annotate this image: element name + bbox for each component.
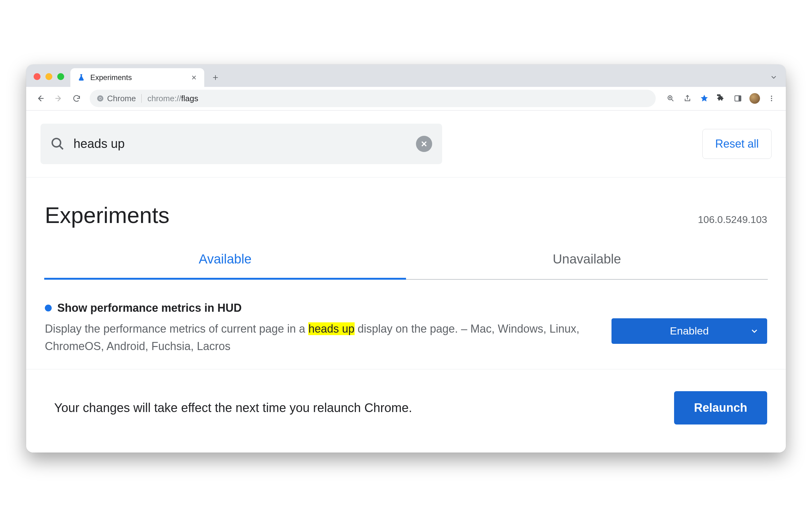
reload-button[interactable] [68,90,85,107]
relaunch-button-label: Relaunch [694,401,747,414]
zoom-icon[interactable] [663,90,679,107]
svg-point-6 [771,96,772,97]
tab-title: Experiments [90,73,132,82]
flag-state-value: Enabled [670,325,709,337]
back-button[interactable] [32,90,49,107]
url-scheme: chrome:// [147,94,181,103]
flag-description: Display the performance metrics of curre… [45,320,596,355]
close-tab-icon[interactable] [191,74,197,81]
omnibox[interactable]: Chrome chrome://flags [90,90,656,107]
chrome-icon [96,95,104,102]
tab-strip: Experiments [26,64,786,87]
relaunch-button[interactable]: Relaunch [674,391,767,425]
flag-title: Show performance metrics in HUD [57,301,241,315]
chevron-down-icon [750,326,759,336]
reset-all-button[interactable]: Reset all [702,129,772,159]
search-row: Reset all [26,111,786,177]
site-chip-label: Chrome [107,94,136,104]
tab-available-label: Available [199,252,252,266]
site-chip: Chrome [96,94,136,104]
flags-search-box[interactable] [40,124,442,164]
modified-dot-icon [45,305,52,311]
flag-desc-highlight: heads up [308,322,354,335]
avatar-image [749,93,760,104]
search-icon [51,137,65,151]
relaunch-bar: Your changes will take effect the next t… [26,369,786,453]
svg-rect-5 [738,96,741,101]
window-controls [34,73,64,80]
page-title: Experiments [45,202,169,228]
svg-point-7 [771,98,772,99]
toolbar: Chrome chrome://flags [26,87,786,111]
bookmark-star-icon[interactable] [696,90,713,107]
flags-search-input[interactable] [73,136,408,151]
share-icon[interactable] [679,90,696,107]
flag-row: Show performance metrics in HUD Display … [26,280,786,370]
toolbar-actions [663,90,780,107]
reset-all-label: Reset all [715,137,759,150]
maximize-window-button[interactable] [57,73,64,80]
svg-point-8 [771,100,772,101]
profile-avatar[interactable] [747,90,763,107]
tabs-dropdown-icon[interactable] [770,73,778,81]
flag-state-select[interactable]: Enabled [611,318,767,344]
url: chrome://flags [147,94,198,104]
forward-button[interactable] [51,90,67,107]
flag-desc-pre: Display the performance metrics of curre… [45,322,308,335]
header-row: Experiments 106.0.5249.103 [26,177,786,240]
extensions-icon[interactable] [713,90,729,107]
url-path: flags [181,94,198,103]
minimize-window-button[interactable] [46,73,52,80]
side-panel-icon[interactable] [730,90,746,107]
browser-window: Experiments Chrome [26,64,786,453]
tab-unavailable-label: Unavailable [553,252,621,266]
new-tab-button[interactable] [208,70,223,85]
flag-info: Show performance metrics in HUD Display … [45,301,596,355]
flask-icon [77,74,85,82]
browser-tab[interactable]: Experiments [70,68,204,87]
tab-available[interactable]: Available [44,240,406,280]
kebab-menu-icon[interactable] [763,90,780,107]
page-content: Reset all Experiments 106.0.5249.103 Ava… [26,111,786,453]
clear-search-icon[interactable] [416,136,432,152]
svg-point-2 [99,97,101,99]
flags-tabs: Available Unavailable [26,240,786,280]
version-text: 106.0.5249.103 [698,214,767,226]
relaunch-message: Your changes will take effect the next t… [54,401,662,415]
svg-point-9 [52,138,61,147]
tab-unavailable[interactable]: Unavailable [406,240,768,280]
close-window-button[interactable] [34,73,40,80]
omnibox-separator [141,94,142,103]
